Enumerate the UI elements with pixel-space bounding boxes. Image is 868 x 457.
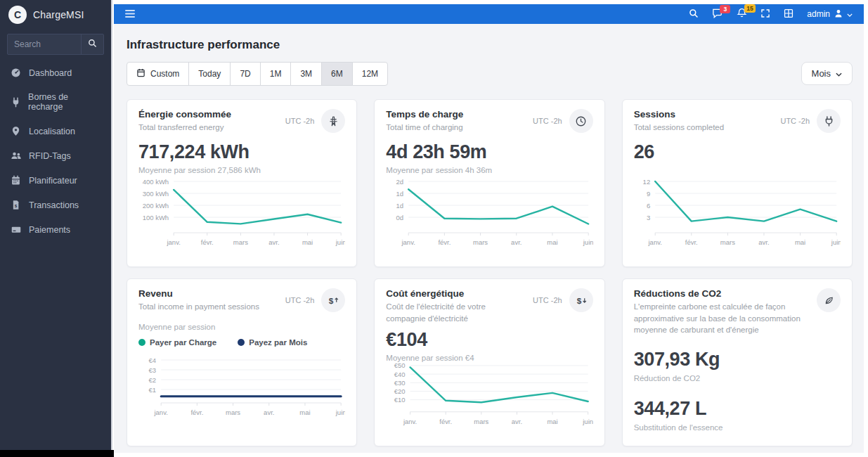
- svg-text:1d: 1d: [396, 190, 404, 198]
- search-input[interactable]: [8, 34, 81, 54]
- group-by-dropdown[interactable]: Mois: [801, 62, 853, 85]
- sidebar-nav: Dashboard Bornes de recharge Localisatio…: [0, 60, 111, 242]
- card-average: Moyenne par session 4h 36m: [386, 166, 592, 174]
- svg-text:janv.: janv.: [401, 238, 415, 246]
- topbar: 3 15 admin: [114, 4, 864, 24]
- messages-badge: 3: [720, 5, 730, 13]
- main-area: 3 15 admin: [114, 0, 868, 457]
- brand[interactable]: C ChargeMSI: [0, 0, 111, 30]
- apps-grid-button[interactable]: [784, 8, 793, 20]
- page-title: Infrastructure performance: [127, 38, 853, 52]
- card-average: Moyenne par session 27,586 kWh: [138, 166, 345, 174]
- utc-label: UTC -2h: [780, 117, 810, 125]
- range-label: Custom: [150, 69, 179, 79]
- utc-label: UTC -2h: [533, 296, 562, 304]
- fullscreen-button[interactable]: [760, 8, 770, 20]
- search-button[interactable]: [81, 34, 103, 54]
- content: Infrastructure performance Custom Today …: [114, 24, 864, 453]
- energy-chart: 400 kWh300 kWh200 kWh100 kWhjanv.févr.ma…: [138, 178, 345, 248]
- clock-icon: [569, 109, 593, 133]
- legend-label: Payer par Charge: [150, 338, 216, 347]
- legend-pay-per-charge: Payer par Charge: [138, 338, 216, 347]
- messages-button[interactable]: 3: [712, 8, 723, 20]
- notifications-badge: 15: [744, 4, 755, 13]
- svg-text:avr.: avr.: [268, 238, 279, 246]
- card-sessions: Sessions Total sessions completed UTC -2…: [622, 99, 853, 267]
- range-custom-button[interactable]: Custom: [127, 62, 189, 86]
- range-6m-button[interactable]: 6M: [321, 62, 353, 86]
- range-7d-button[interactable]: 7D: [230, 62, 260, 86]
- legend-label: Payez par Mois: [249, 338, 307, 347]
- card-subtitle: Total time of charging: [386, 122, 463, 134]
- notifications-button[interactable]: 15: [737, 8, 747, 20]
- dollar-up-icon: $: [321, 288, 345, 312]
- energy-cost-chart: €50€40€30€20€10janv.févr.marsavr.maijuin: [386, 362, 592, 427]
- sidebar-item-localisation[interactable]: Localisation: [0, 119, 111, 143]
- svg-text:févr.: févr.: [440, 418, 453, 425]
- range-1m-button[interactable]: 1M: [260, 62, 292, 86]
- svg-text:200 kWh: 200 kWh: [143, 202, 169, 210]
- user-menu[interactable]: admin: [807, 8, 853, 20]
- range-today-button[interactable]: Today: [188, 62, 231, 86]
- chevron-down-icon: [847, 9, 853, 19]
- card-value: €104: [386, 329, 592, 351]
- svg-text:mai: mai: [299, 408, 310, 416]
- range-12m-button[interactable]: 12M: [352, 62, 388, 86]
- svg-text:mai: mai: [548, 238, 558, 246]
- fullscreen-icon: [760, 8, 770, 20]
- svg-text:janv.: janv.: [403, 418, 417, 425]
- credit-card-icon: [10, 224, 22, 235]
- grid-icon: [784, 8, 793, 20]
- sidebar-item-paiements[interactable]: Paiements: [0, 217, 111, 242]
- sidebar-item-bornes[interactable]: Bornes de recharge: [0, 85, 111, 119]
- sidebar-item-label: Planificateur: [29, 176, 77, 186]
- utc-label: UTC -2h: [285, 296, 315, 304]
- charging-time-chart: 2d1d1d0djanv.févr.marsavr.maijuin: [386, 178, 592, 248]
- svg-text:juin: juin: [830, 238, 841, 246]
- svg-text:400 kWh: 400 kWh: [143, 178, 169, 186]
- power-tower-icon: [321, 109, 345, 133]
- sidebar-item-dashboard[interactable]: Dashboard: [0, 60, 111, 85]
- leaf-icon: [817, 288, 841, 312]
- co2-label: Réduction de CO2: [634, 374, 841, 382]
- svg-text:mars: mars: [474, 418, 489, 425]
- utc-label: UTC -2h: [533, 117, 562, 125]
- svg-text:2d: 2d: [396, 178, 404, 186]
- receipt-icon: $: [10, 200, 22, 210]
- legend-dot-navy: [238, 339, 245, 346]
- date-range-group: Custom Today 7D 1M 3M 6M 12M: [127, 62, 388, 86]
- hamburger-icon: [125, 9, 135, 20]
- card-title: Revenu: [138, 288, 259, 299]
- svg-text:avr.: avr.: [512, 418, 522, 425]
- brand-name: ChargeMSI: [33, 9, 84, 20]
- charging-plug-icon: [10, 97, 21, 108]
- svg-text:juin: juin: [583, 418, 593, 425]
- utc-label: UTC -2h: [285, 117, 315, 125]
- sidebar-item-label: RFID-Tags: [29, 151, 71, 161]
- svg-text:€4: €4: [149, 356, 157, 364]
- svg-text:mai: mai: [795, 238, 805, 246]
- svg-text:1d: 1d: [396, 202, 404, 210]
- card-energy: Énergie consommée Total transferred ener…: [127, 99, 357, 267]
- legend-pay-per-month: Payez par Mois: [238, 338, 307, 347]
- sidebar-item-rfid-tags[interactable]: RFID-Tags: [0, 143, 111, 168]
- svg-text:févr.: févr.: [439, 238, 451, 246]
- user-avatar-icon: [834, 8, 843, 20]
- card-average: Moyenne par session: [138, 323, 345, 331]
- svg-text:mars: mars: [720, 238, 734, 246]
- sidebar-item-label: Bornes de recharge: [28, 92, 101, 112]
- card-title: Temps de charge: [386, 109, 463, 120]
- svg-text:mars: mars: [473, 238, 488, 246]
- card-title: Énergie consommée: [138, 109, 231, 120]
- menu-toggle-button[interactable]: [125, 9, 135, 20]
- card-average: Moyenne par session €4: [386, 354, 592, 362]
- svg-text:févr.: févr.: [201, 238, 214, 246]
- range-3m-button[interactable]: 3M: [290, 62, 322, 86]
- chevron-down-icon: [836, 68, 842, 79]
- sidebar-item-transactions[interactable]: $ Transactions: [0, 193, 111, 217]
- bottom-left-strip: [0, 450, 114, 457]
- svg-text:€30: €30: [394, 379, 406, 387]
- calendar-icon: [136, 68, 145, 79]
- sidebar-item-planificateur[interactable]: Planificateur: [0, 168, 111, 193]
- topbar-search-button[interactable]: [689, 8, 699, 20]
